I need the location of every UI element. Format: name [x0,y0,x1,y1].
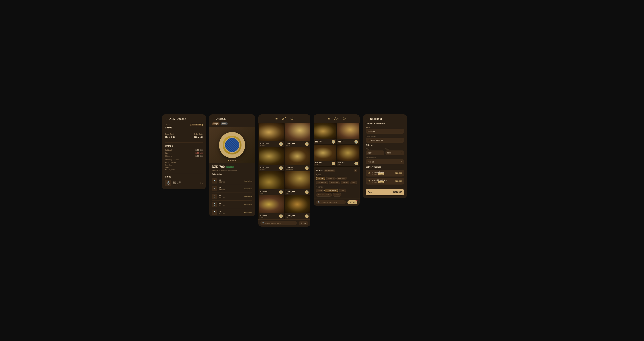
chip-steel[interactable]: Steel [339,189,346,192]
size-thumb-08: 💍 [212,194,217,199]
grid-item-info-6: DZD 2,000 Steel 🛒 [284,189,310,195]
grid-item-4[interactable]: DZD 700 Gold plated 🛒 [284,147,310,171]
filter-menu-icon[interactable]: ⊞ [328,117,330,120]
grid-item-info-5: DZD 800 Steel 🛒 [259,189,284,195]
checkout-back-arrow[interactable]: ← [366,117,368,120]
filter-grid-item-4[interactable]: DZD 700 Steel 🛒 [337,145,359,166]
grid-item-5[interactable]: DZD 800 Steel 🛒 [259,171,284,195]
grid-item-2[interactable]: DZD 3,000 Bronze 🛒 [284,123,310,147]
grid-item-6[interactable]: DZD 2,000 Steel 🛒 [284,171,310,195]
filter-info-icon[interactable]: ⓘ [343,117,346,120]
grid-item-info-7: DZD 650 Steel 🛒 [259,213,284,219]
fgi-cart-btn-1[interactable]: 🛒 [332,140,335,144]
filter-grid-item-1[interactable]: DZD 700 Steel 🛒 [314,123,336,144]
wilaya-town-row: Wilaya Alger ▼ Town Town ▼ [363,148,407,157]
grid-header: ⊞ 文A ⓘ [258,114,310,123]
fgi-material-2: Steel [338,142,344,143]
grid-item-3[interactable]: DZD 3,000 Bronze 🛒 [259,147,284,171]
add-cart-btn-8[interactable]: 🛒 [305,214,308,218]
grid-menu-icon[interactable]: ⊞ [275,117,278,120]
town-select[interactable]: Town ▼ [386,150,404,155]
fgi-price-1: DZD 700 [315,140,322,142]
chip-anklets[interactable]: Anklets [340,181,350,184]
filter-product-info-2: DZD 700 Steel 🛒 [337,139,359,144]
filter-panel: ⊞ 文A ⓘ DZD 700 Steel 🛒 DZD 700 [314,114,360,206]
address-label: Shipping address [165,159,203,161]
filter-search-icon: 🔍 [318,201,320,203]
product-image [209,127,255,163]
back-arrow-icon[interactable]: ← [165,118,168,121]
delivery-section: Delivery method Home delivery ⏱ 1 day Ya… [363,166,407,187]
chip-sets[interactable]: Sets [350,181,357,184]
add-cart-btn-4[interactable]: 🛒 [305,166,308,170]
grid-item-info-1: DZD 3,000 Bronze 🛒 [259,141,284,147]
chip-gold-plated[interactable]: Gold Plated [324,189,338,192]
tag-rings[interactable]: Rings [212,122,220,125]
add-to-cart-10[interactable]: Add to Cart [244,211,252,213]
filter-product-img-3 [314,145,336,161]
filter-grid-item-2[interactable]: DZD 700 Steel 🛒 [337,123,359,144]
grid-material-7: Steel [260,217,267,218]
chip-bracelets[interactable]: Bracelets [336,177,347,180]
add-to-cart-08[interactable]: Add to Cart [244,196,252,198]
add-to-cart-09[interactable]: Add to Cart [244,204,252,205]
filter-button[interactable]: ⚙ Filter [298,221,308,225]
chip-rings[interactable]: Rings [316,177,325,180]
add-cart-btn-3[interactable]: 🛒 [279,166,283,170]
chip-costume-jewel[interactable]: Costume Jewel... [316,193,332,197]
close-filter-button[interactable]: ✕ [354,169,357,172]
name-input[interactable]: John Doe ✓ [366,129,404,134]
checkout-title: Checkout [370,117,382,120]
post-pickup-radio[interactable] [368,180,370,182]
chip-necklaces[interactable]: Necklaces [329,181,340,184]
clear-filters-button[interactable]: Clear all filters [324,169,336,172]
home-delivery-info: Home delivery ⏱ 1 day Yalidine [372,171,393,175]
buy-button[interactable]: Buy DZD 900 [366,189,404,195]
grid-item-info-2: DZD 3,000 Bronze 🛒 [284,141,310,147]
home-delivery-radio[interactable] [368,172,370,174]
grid-search-input[interactable]: 🔍 Search on Ilyes Bijoux [260,221,297,225]
add-cart-btn-2[interactable]: 🛒 [305,142,308,146]
order-back-row[interactable]: ← Order #39862 [165,118,203,121]
add-to-cart-06[interactable]: Add to Cart [244,180,252,182]
add-cart-btn-7[interactable]: 🛒 [279,214,283,218]
filter-search-input[interactable]: 🔍 Search on Ilyes Bijoux [316,200,346,204]
chip-silver[interactable]: Silver [316,189,324,192]
apply-filter-button[interactable]: ⚙ Filter [348,200,357,204]
chip-bronze[interactable]: Bronze [332,193,341,197]
grid-item-8[interactable]: DZD 1,500 Steel 🛒 [284,195,310,219]
product-id: # 11925 [216,117,226,120]
filter-product-info-4: DZD 700 Steel 🛒 [337,161,359,166]
add-cart-btn-6[interactable]: 🛒 [305,190,308,194]
grid-item-1[interactable]: DZD 3,000 Bronze 🛒 [259,123,284,147]
filter-grid-item-3[interactable]: DZD 700 Steel 🛒 [314,145,336,166]
shipping-row: Shipping DZD 500 [165,155,203,157]
product-back-arrow[interactable]: ← [212,117,215,120]
chip-earrings[interactable]: Earrings [326,177,336,180]
street-input[interactable]: Arab St ✓ [366,159,404,164]
wilaya-select[interactable]: Alger ▼ [366,150,384,155]
tag-steel[interactable]: Steel [221,122,228,125]
filter-translate-icon[interactable]: 文A [334,117,338,120]
grid-price-4: DZD 700 [286,166,293,168]
home-delivery-option[interactable]: Home delivery ⏱ 1 day Yalidine DZD 500 [366,170,404,177]
item-qty: x 1 [200,182,203,184]
add-to-cart-07[interactable]: Add to Cart [244,188,252,190]
size-thumb-10: 💍 [212,210,217,215]
add-cart-btn-5[interactable]: 🛒 [279,190,283,194]
select-size-label: Select size [209,173,255,177]
grid-translate-icon[interactable]: 文A [282,117,286,120]
size-info-07: 07 DZD 700 [219,187,243,191]
chip-gourmettes[interactable]: Gourmettes [316,181,328,184]
fgi-cart-btn-4[interactable]: 🛒 [354,162,358,165]
phone-input[interactable]: +213 700 00 00 00 ✓ [366,138,404,143]
fgi-cart-btn-2[interactable]: 🛒 [354,140,358,144]
grid-material-8: Steel [286,217,295,218]
fgi-price-2: DZD 700 [338,140,344,142]
add-cart-btn-1[interactable]: 🛒 [279,142,283,146]
fgi-cart-btn-3[interactable]: 🛒 [332,162,335,165]
grid-info-icon[interactable]: ⓘ [290,117,293,120]
filter-search-placeholder: Search on Ilyes Bijoux [321,201,337,203]
grid-item-7[interactable]: DZD 650 Steel 🛒 [259,195,284,219]
post-pickup-option[interactable]: Post office pickup ⏱ 1 day Yalidine DZD … [366,178,404,185]
